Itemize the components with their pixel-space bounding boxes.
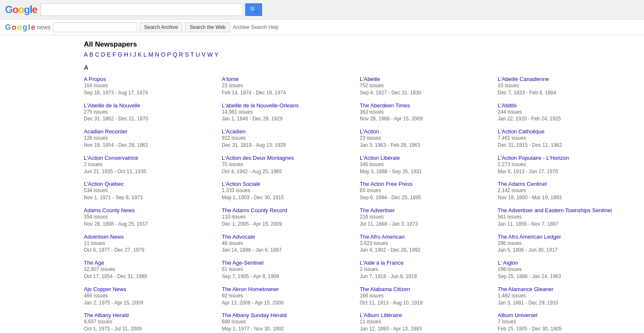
newspaper-entry: The Acton Free Press65 issuesSep 6, 1894… xyxy=(360,179,498,206)
newspaper-link-11[interactable]: L'Action Catholique xyxy=(498,128,632,135)
newspaper-link-3[interactable]: L'Abeille Canadienne xyxy=(498,76,632,82)
newspaper-entry: L'Action Catholique7,461 issuesDec 31, 1… xyxy=(498,127,636,153)
newspaper-link-37[interactable]: The Albany Sunday Herald xyxy=(222,312,356,318)
newspaper-meta: 466 issuesJan 2, 1975 - Apr 15, 2009 xyxy=(84,292,218,307)
alpha-link-L[interactable]: L xyxy=(143,51,147,58)
newspaper-entry: Acadian Recorder128 issuesNov 18, 1854 -… xyxy=(84,127,222,153)
newspaper-link-28[interactable]: The Age xyxy=(84,260,218,266)
newspaper-meta: 110 issuesDec 1, 2005 - Apr 15, 2009 xyxy=(222,213,356,228)
alpha-link-B[interactable]: B xyxy=(89,51,93,58)
newspaper-entry: The Advertiser and Eastern Townships Sen… xyxy=(498,206,636,232)
newspaper-link-17[interactable]: L'Action Sociale xyxy=(222,181,356,187)
newspaper-link-35[interactable]: The Alamance Gleaner xyxy=(498,286,632,292)
newspaper-entry: The Age32,807 issuesOct 17, 1854 - Dec 3… xyxy=(84,258,222,284)
alpha-link-T[interactable]: T xyxy=(190,51,194,58)
newspaper-entry: The Advertiser216 issuesJul 11, 1868 - J… xyxy=(360,206,498,232)
newspaper-link-23[interactable]: The Advertiser and Eastern Townships Sen… xyxy=(498,207,632,213)
newspaper-link-34[interactable]: The Alabama Citizen xyxy=(360,286,494,292)
newspaper-link-29[interactable]: The Age-Sentinel xyxy=(222,260,356,266)
newspaper-entry: Advertiser-News11 issuesOct 6, 1977 - De… xyxy=(84,232,222,258)
newspaper-link-7[interactable]: L'Abitibi xyxy=(498,102,632,109)
newspaper-link-26[interactable]: The Afro American xyxy=(360,234,494,240)
alpha-link-E[interactable]: E xyxy=(107,51,111,58)
alpha-link-O[interactable]: O xyxy=(161,51,166,58)
search-web-button[interactable]: Search the Web xyxy=(185,22,230,32)
alpha-link-W[interactable]: W xyxy=(207,51,213,58)
alpha-link-S[interactable]: S xyxy=(185,51,189,58)
alpha-link-I[interactable]: I xyxy=(130,51,132,58)
newspaper-entry: L'Acadien922 issuesDec 31, 1819 - Aug 13… xyxy=(222,127,360,153)
alpha-link-G[interactable]: G xyxy=(118,51,122,58)
newspaper-link-25[interactable]: The Advocate xyxy=(222,234,356,240)
newspaper-link-18[interactable]: The Acton Free Press xyxy=(360,181,494,187)
newspaper-link-38[interactable]: L'Album Littéraire xyxy=(360,312,494,318)
newspaper-meta: 2,142 issuesNov 19, 1800 - Mar 19, 1883 xyxy=(498,187,632,201)
newspaper-link-1[interactable]: A'tome xyxy=(222,76,356,82)
alpha-link-C[interactable]: C xyxy=(95,51,99,58)
newspaper-entry: The Adams County Record110 issuesDec 1, … xyxy=(222,206,360,232)
alpha-link-Q[interactable]: Q xyxy=(173,51,177,58)
alpha-link-M[interactable]: M xyxy=(148,51,153,58)
alpha-link-N[interactable]: N xyxy=(155,51,159,58)
newspaper-link-24[interactable]: Advertiser-News xyxy=(84,234,218,240)
newspaper-link-2[interactable]: L'Abeille xyxy=(360,76,494,82)
top-search-bar: Google 🔍 xyxy=(0,0,644,20)
alpha-link-R[interactable]: R xyxy=(179,51,183,58)
newspaper-link-4[interactable]: L'Abeille de la Nouvelle xyxy=(84,102,218,109)
newspaper-entry: L'Abeille de la Nouvelle275 issuesDec 31… xyxy=(84,101,222,127)
top-search-button[interactable]: 🔍 xyxy=(245,3,262,16)
newspaper-link-39[interactable]: Album Universel xyxy=(498,312,632,318)
newspaper-link-6[interactable]: The Aberdeen Times xyxy=(360,102,494,109)
newspaper-link-33[interactable]: The Akron Hometowner xyxy=(222,286,356,292)
newspaper-meta: 14,981 issuesJan 1, 1846 - Dec 28, 1929 xyxy=(222,109,356,123)
main-content: All Newspapers ABCDEFGHIJKLMNOPQRSTUVWY … xyxy=(0,35,644,333)
newspaper-link-8[interactable]: Acadian Recorder xyxy=(84,128,218,135)
newspaper-link-10[interactable]: L'Action xyxy=(360,128,494,135)
newspaper-entry: Album Universel7 issuesFeb 25, 1905 - De… xyxy=(498,310,636,333)
newspaper-meta: 11 issuesJan 12, 1883 - Apr 13, 1883 xyxy=(360,318,494,333)
newspaper-link-19[interactable]: The Adams Centinel xyxy=(498,181,632,187)
newspaper-link-5[interactable]: L'abeille de la Nouvelle-Orleans xyxy=(222,102,356,109)
alpha-link-V[interactable]: V xyxy=(202,51,205,58)
newspaper-meta: 92 issuesApr 13, 2006 - Apr 15, 2009 xyxy=(222,292,356,307)
google-news-logo: Google news xyxy=(5,23,51,32)
newspaper-link-30[interactable]: L'Aide à la France xyxy=(360,260,494,266)
alpha-link-P[interactable]: P xyxy=(167,51,171,58)
alpha-link-A[interactable]: A xyxy=(84,51,88,58)
newspaper-entry: The Alabama Citizen166 issuesOct 11, 191… xyxy=(360,284,498,311)
newspaper-link-27[interactable]: The Afro American Ledger xyxy=(498,234,632,240)
search-archive-button[interactable]: Search Archive xyxy=(140,22,183,32)
alpha-link-K[interactable]: K xyxy=(138,51,142,58)
alpha-link-J[interactable]: J xyxy=(133,51,136,58)
newspaper-meta: 244 issuesJan 22, 1920 - Feb 24, 1925 xyxy=(498,109,632,123)
newspaper-meta: 10 issuesDec 7, 1833 - Feb 8, 1884 xyxy=(498,82,632,96)
archive-search-input[interactable] xyxy=(53,22,137,32)
newspaper-link-32[interactable]: Ajo Copper News xyxy=(84,286,218,292)
newspaper-link-16[interactable]: L'Action Québec xyxy=(84,181,218,187)
newspaper-meta: 65 issuesSep 6, 1894 - Dec 25, 1895 xyxy=(360,187,494,201)
archive-help-link[interactable]: Archive Search Help xyxy=(233,24,278,30)
newspaper-meta: 2,273 issuesMar 6, 1913 - Jun 17, 1970 xyxy=(498,161,632,175)
alpha-link-D[interactable]: D xyxy=(101,51,105,58)
alpha-link-Y[interactable]: Y xyxy=(215,51,218,58)
newspaper-entry: L' Aiglon198 issuesSep 25, 1886 - Jan 24… xyxy=(498,258,636,284)
newspaper-link-21[interactable]: The Adams County Record xyxy=(222,207,356,213)
top-search-input[interactable] xyxy=(41,3,242,16)
alpha-link-U[interactable]: U xyxy=(196,51,200,58)
newspaper-entry: L'Album Littéraire11 issuesJan 12, 1883 … xyxy=(360,310,498,333)
alpha-link-F[interactable]: F xyxy=(112,51,116,58)
newspaper-link-15[interactable]: L'Action Populaire - L'Horizon xyxy=(498,155,632,161)
alpha-link-H[interactable]: H xyxy=(124,51,128,58)
newspaper-link-13[interactable]: L'Action des Deux Montagnes xyxy=(222,155,356,161)
newspaper-entry: A Propos164 issuesSep 16, 1973 - Aug 17,… xyxy=(84,74,222,101)
newspaper-entry: The Albany Herald8,607 issuesOct 1, 1973… xyxy=(84,310,222,333)
newspaper-link-36[interactable]: The Albany Herald xyxy=(84,312,218,318)
newspaper-link-0[interactable]: A Propos xyxy=(84,76,218,82)
newspaper-link-14[interactable]: L'Action Libérale xyxy=(360,155,494,161)
newspaper-meta: 23 issuesJan 3, 1963 - Feb 28, 1963 xyxy=(360,135,494,149)
newspaper-link-12[interactable]: L'Action Conservatrice xyxy=(84,155,218,161)
newspaper-link-22[interactable]: The Advertiser xyxy=(360,207,494,213)
newspaper-link-20[interactable]: Adams County News xyxy=(84,207,218,213)
newspaper-link-9[interactable]: L'Acadien xyxy=(222,128,356,135)
newspaper-link-31[interactable]: L' Aiglon xyxy=(498,260,632,266)
